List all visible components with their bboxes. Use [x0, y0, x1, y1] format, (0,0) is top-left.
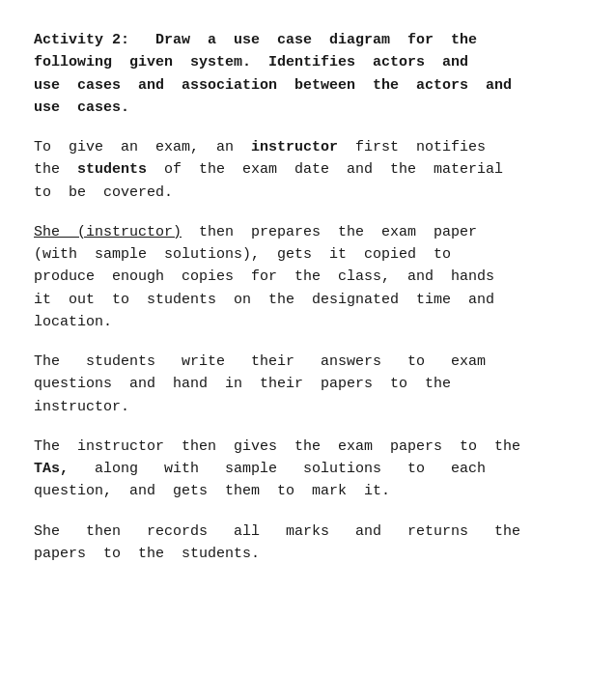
activity-title-line3: use cases and association between the ac…	[34, 77, 512, 94]
para2-text1: then prepares the exam paper	[182, 224, 477, 240]
para5-text2: papers to the students.	[34, 546, 260, 562]
para5-text1: She then records all marks and returns t…	[34, 523, 520, 540]
para3-text1: The students write their answers to exam	[34, 353, 486, 370]
para1-text4: of the exam date and the material	[147, 161, 503, 178]
paragraph-1: To give an exam, an instructor first not…	[34, 136, 582, 204]
para2-text4: it out to students on the designated tim…	[34, 292, 494, 308]
para3-text3: instructor.	[34, 399, 129, 415]
para1-text1: To give an exam, an	[34, 139, 251, 155]
para4-text2: along with sample solutions to each	[69, 461, 486, 477]
activity-title: Draw a use case diagram for the	[138, 32, 477, 48]
page-content: Activity 2: Draw a use case diagram for …	[34, 29, 582, 565]
para1-text5: to be covered.	[34, 184, 173, 201]
paragraph-5: She then records all marks and returns t…	[34, 521, 582, 566]
para4-text1: The instructor then gives the exam paper…	[34, 438, 520, 455]
para3-text2: questions and hand in their papers to th…	[34, 376, 451, 392]
she-instructor-ref: She (instructor)	[34, 224, 182, 240]
para4-text3: question, and gets them to mark it.	[34, 483, 390, 499]
activity-header: Activity 2: Draw a use case diagram for …	[34, 29, 582, 119]
para2-text5: location.	[34, 314, 112, 330]
para1-text3: the	[34, 161, 77, 178]
para2-text2: (with sample solutions), gets it copied …	[34, 246, 451, 263]
tas-keyword: TAs,	[34, 461, 69, 477]
activity-label: Activity 2:	[34, 32, 129, 48]
students-keyword: students	[77, 161, 147, 178]
paragraph-2: She (instructor) then prepares the exam …	[34, 221, 582, 333]
paragraph-3: The students write their answers to exam…	[34, 351, 582, 418]
para2-text3: produce enough copies for the class, and…	[34, 268, 494, 285]
activity-title-line4: use cases.	[34, 99, 129, 116]
activity-title-line2: following given system. Identifies actor…	[34, 54, 468, 70]
paragraph-4: The instructor then gives the exam paper…	[34, 436, 582, 503]
instructor-keyword: instructor	[251, 139, 338, 155]
para1-text2: first notifies	[338, 139, 486, 155]
